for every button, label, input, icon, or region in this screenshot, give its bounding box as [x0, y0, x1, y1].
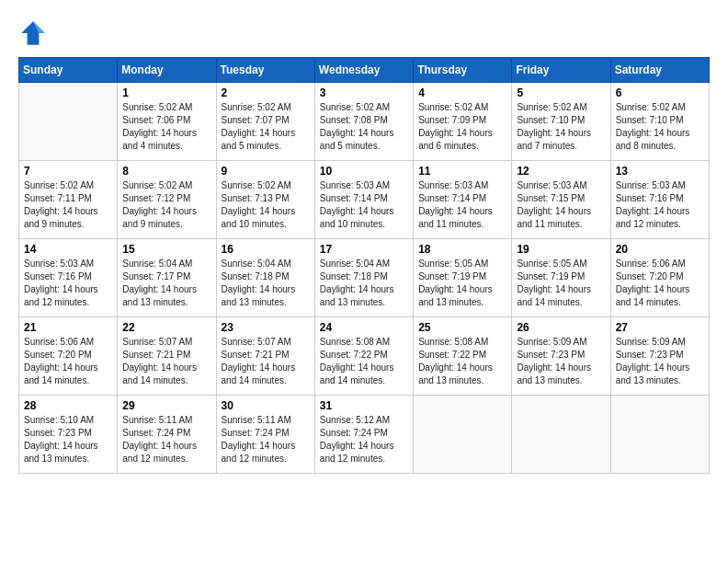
- calendar-cell: 1 Sunrise: 5:02 AM Sunset: 7:06 PM Dayli…: [118, 83, 216, 161]
- calendar-cell: 8 Sunrise: 5:02 AM Sunset: 7:12 PM Dayli…: [118, 161, 216, 239]
- sunrise: Sunrise: 5:11 AM: [122, 415, 192, 425]
- calendar-cell: 29 Sunrise: 5:11 AM Sunset: 7:24 PM Dayl…: [118, 396, 216, 474]
- calendar-cell: 10 Sunrise: 5:03 AM Sunset: 7:14 PM Dayl…: [314, 161, 413, 239]
- daylight: Daylight: 14 hours and 11 minutes.: [418, 206, 493, 229]
- sunrise: Sunrise: 5:03 AM: [616, 180, 686, 190]
- day-number: 27: [616, 321, 704, 334]
- calendar-cell: [512, 396, 610, 474]
- page-header: [18, 18, 710, 48]
- daylight: Daylight: 14 hours and 12 minutes.: [24, 284, 98, 307]
- calendar-cell: [610, 396, 709, 474]
- day-info: Sunrise: 5:04 AM Sunset: 7:17 PM Dayligh…: [122, 258, 210, 309]
- day-info: Sunrise: 5:04 AM Sunset: 7:18 PM Dayligh…: [320, 258, 408, 309]
- header-day-wednesday: Wednesday: [314, 58, 413, 83]
- day-info: Sunrise: 5:09 AM Sunset: 7:23 PM Dayligh…: [616, 336, 704, 387]
- sunset: Sunset: 7:21 PM: [122, 350, 190, 360]
- calendar-week-4: 21 Sunrise: 5:06 AM Sunset: 7:20 PM Dayl…: [19, 317, 710, 396]
- calendar-cell: 2 Sunrise: 5:02 AM Sunset: 7:07 PM Dayli…: [216, 83, 314, 161]
- daylight: Daylight: 14 hours and 13 minutes.: [24, 441, 98, 464]
- calendar-cell: 6 Sunrise: 5:02 AM Sunset: 7:10 PM Dayli…: [610, 83, 709, 161]
- day-number: 31: [320, 399, 408, 412]
- sunrise: Sunrise: 5:02 AM: [222, 180, 291, 190]
- day-number: 6: [616, 86, 704, 99]
- day-info: Sunrise: 5:08 AM Sunset: 7:22 PM Dayligh…: [418, 336, 506, 387]
- daylight: Daylight: 14 hours and 13 minutes.: [222, 284, 296, 307]
- day-info: Sunrise: 5:07 AM Sunset: 7:21 PM Dayligh…: [122, 336, 210, 387]
- sunset: Sunset: 7:17 PM: [122, 271, 190, 282]
- day-info: Sunrise: 5:07 AM Sunset: 7:21 PM Dayligh…: [222, 336, 310, 387]
- day-number: 8: [122, 165, 210, 178]
- calendar-table: SundayMondayTuesdayWednesdayThursdayFrid…: [18, 57, 710, 474]
- day-info: Sunrise: 5:04 AM Sunset: 7:18 PM Dayligh…: [222, 258, 310, 309]
- header-day-sunday: Sunday: [19, 58, 118, 83]
- sunset: Sunset: 7:19 PM: [418, 271, 486, 282]
- calendar-cell: 16 Sunrise: 5:04 AM Sunset: 7:18 PM Dayl…: [216, 239, 314, 317]
- sunrise: Sunrise: 5:09 AM: [616, 337, 686, 347]
- day-info: Sunrise: 5:05 AM Sunset: 7:19 PM Dayligh…: [517, 258, 605, 309]
- daylight: Daylight: 14 hours and 9 minutes.: [122, 206, 197, 229]
- calendar-week-3: 14 Sunrise: 5:03 AM Sunset: 7:16 PM Dayl…: [19, 239, 710, 317]
- daylight: Daylight: 14 hours and 11 minutes.: [517, 206, 591, 229]
- day-number: 15: [122, 243, 210, 256]
- day-number: 4: [418, 86, 506, 99]
- day-number: 5: [517, 86, 605, 99]
- daylight: Daylight: 14 hours and 13 minutes.: [122, 284, 197, 307]
- daylight: Daylight: 14 hours and 13 minutes.: [418, 284, 493, 307]
- daylight: Daylight: 14 hours and 7 minutes.: [517, 128, 591, 151]
- sunrise: Sunrise: 5:02 AM: [418, 102, 488, 112]
- calendar-cell: 5 Sunrise: 5:02 AM Sunset: 7:10 PM Dayli…: [512, 83, 610, 161]
- calendar-cell: 28 Sunrise: 5:10 AM Sunset: 7:23 PM Dayl…: [19, 396, 118, 474]
- calendar-cell: 17 Sunrise: 5:04 AM Sunset: 7:18 PM Dayl…: [314, 239, 413, 317]
- header-day-monday: Monday: [118, 58, 216, 83]
- daylight: Daylight: 14 hours and 14 minutes.: [122, 362, 197, 385]
- daylight: Daylight: 14 hours and 13 minutes.: [616, 362, 690, 385]
- calendar-cell: 7 Sunrise: 5:02 AM Sunset: 7:11 PM Dayli…: [19, 161, 118, 239]
- day-info: Sunrise: 5:02 AM Sunset: 7:07 PM Dayligh…: [222, 101, 310, 153]
- calendar-cell: 27 Sunrise: 5:09 AM Sunset: 7:23 PM Dayl…: [610, 317, 709, 396]
- calendar-cell: 15 Sunrise: 5:04 AM Sunset: 7:17 PM Dayl…: [118, 239, 216, 317]
- sunrise: Sunrise: 5:05 AM: [418, 259, 488, 269]
- daylight: Daylight: 14 hours and 9 minutes.: [24, 206, 98, 229]
- day-number: 1: [122, 86, 210, 99]
- sunset: Sunset: 7:20 PM: [616, 271, 684, 282]
- sunset: Sunset: 7:06 PM: [122, 115, 190, 125]
- day-number: 17: [320, 243, 408, 256]
- day-number: 24: [320, 321, 408, 334]
- daylight: Daylight: 14 hours and 13 minutes.: [517, 362, 591, 385]
- calendar-week-1: 1 Sunrise: 5:02 AM Sunset: 7:06 PM Dayli…: [19, 83, 710, 161]
- day-number: 11: [418, 165, 506, 178]
- sunset: Sunset: 7:22 PM: [320, 350, 388, 360]
- sunrise: Sunrise: 5:03 AM: [320, 180, 390, 190]
- sunset: Sunset: 7:10 PM: [517, 115, 585, 125]
- calendar-cell: [414, 396, 512, 474]
- daylight: Daylight: 14 hours and 14 minutes.: [222, 362, 296, 385]
- sunset: Sunset: 7:15 PM: [517, 193, 585, 203]
- sunset: Sunset: 7:18 PM: [222, 271, 290, 282]
- daylight: Daylight: 14 hours and 12 minutes.: [320, 441, 394, 464]
- logo: [18, 18, 51, 48]
- day-number: 30: [222, 399, 310, 412]
- daylight: Daylight: 14 hours and 12 minutes.: [616, 206, 690, 229]
- sunset: Sunset: 7:10 PM: [616, 115, 684, 125]
- sunset: Sunset: 7:24 PM: [222, 428, 290, 438]
- day-number: 9: [222, 165, 310, 178]
- logo-icon: [18, 18, 48, 48]
- calendar-cell: 19 Sunrise: 5:05 AM Sunset: 7:19 PM Dayl…: [512, 239, 610, 317]
- sunrise: Sunrise: 5:03 AM: [418, 180, 488, 190]
- day-number: 23: [222, 321, 310, 334]
- calendar-cell: 26 Sunrise: 5:09 AM Sunset: 7:23 PM Dayl…: [512, 317, 610, 396]
- sunrise: Sunrise: 5:04 AM: [122, 259, 192, 269]
- header-day-tuesday: Tuesday: [216, 58, 314, 83]
- calendar-cell: 24 Sunrise: 5:08 AM Sunset: 7:22 PM Dayl…: [314, 317, 413, 396]
- day-number: 3: [320, 86, 408, 99]
- calendar-cell: 3 Sunrise: 5:02 AM Sunset: 7:08 PM Dayli…: [314, 83, 413, 161]
- sunset: Sunset: 7:23 PM: [616, 350, 684, 360]
- day-info: Sunrise: 5:02 AM Sunset: 7:10 PM Dayligh…: [517, 101, 605, 153]
- day-info: Sunrise: 5:08 AM Sunset: 7:22 PM Dayligh…: [320, 336, 408, 387]
- sunrise: Sunrise: 5:03 AM: [24, 259, 94, 269]
- calendar-cell: 31 Sunrise: 5:12 AM Sunset: 7:24 PM Dayl…: [314, 396, 413, 474]
- day-number: 18: [418, 243, 506, 256]
- sunrise: Sunrise: 5:08 AM: [320, 337, 390, 347]
- daylight: Daylight: 14 hours and 6 minutes.: [418, 128, 493, 151]
- day-info: Sunrise: 5:02 AM Sunset: 7:06 PM Dayligh…: [122, 101, 210, 153]
